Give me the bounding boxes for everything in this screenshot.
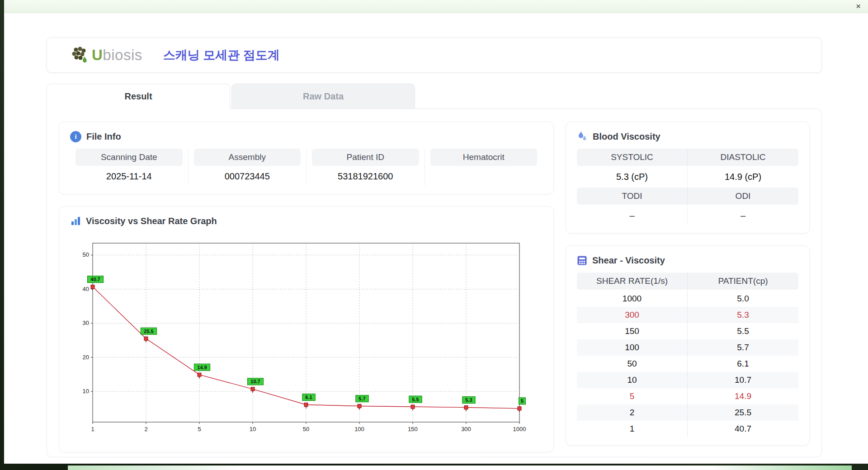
svg-text:20: 20	[83, 354, 89, 361]
blood-viscosity-title-row: Blood Viscosity	[577, 130, 798, 143]
patient-viscosity-value: 25.5	[688, 404, 798, 421]
field-label: Scanning Date	[75, 149, 183, 166]
patient-viscosity-value: 10.7	[688, 372, 798, 388]
patient-column-header: PATIENT(cp)	[688, 273, 798, 290]
svg-text:5: 5	[198, 426, 201, 432]
shear-viscosity-title: Shear - Viscosity	[592, 255, 665, 266]
graph-title: Viscosity vs Shear Rate Graph	[86, 216, 217, 226]
grape-cluster-icon	[71, 47, 89, 64]
field-label: Assembly	[194, 149, 301, 166]
svg-text:100: 100	[354, 426, 364, 432]
patient-viscosity-value: 40.7	[688, 421, 798, 437]
svg-text:6.1: 6.1	[305, 395, 312, 400]
file-info-title-row: i File Info	[70, 130, 542, 143]
file-info-field-patient-id: Patient ID53181921600	[307, 149, 425, 186]
todi-header: TODI	[577, 188, 688, 205]
app-window: × Ubiosis	[4, 0, 868, 464]
tab-raw-data[interactable]: Raw Data	[231, 84, 415, 109]
diastolic-value: 14.9 (cP)	[688, 167, 798, 186]
desktop-background: × Ubiosis	[0, 0, 868, 470]
shear-viscosity-title-row: Shear - Viscosity	[577, 254, 798, 267]
tab-bar: Result Raw Data	[47, 84, 822, 109]
diastolic-header: DIASTOLIC	[688, 149, 798, 166]
shear-rate-value: 100	[577, 339, 688, 356]
shear-rate-value: 50	[577, 356, 688, 372]
ubiosis-logo: Ubiosis	[71, 47, 142, 64]
svg-text:10: 10	[250, 426, 256, 432]
patient-viscosity-value: 5.7	[688, 339, 798, 356]
shear-rate-value: 1	[577, 421, 688, 437]
shear-viscosity-row: 140.7	[577, 421, 798, 437]
svg-text:25.5: 25.5	[144, 329, 153, 334]
field-value: 000723445	[194, 166, 301, 186]
svg-text:300: 300	[461, 426, 471, 432]
file-info-field-assembly: Assembly000723445	[189, 149, 307, 186]
svg-text:50: 50	[303, 426, 309, 432]
shear-rate-value: 1000	[577, 291, 688, 307]
shear-viscosity-row: 1010.7	[577, 372, 798, 388]
field-value: 2025-11-14	[75, 166, 183, 186]
file-info-card: i File Info Scanning Date2025-11-14Assem…	[59, 122, 554, 194]
odi-value: –	[688, 206, 798, 225]
file-info-title: File Info	[86, 132, 121, 142]
right-column: Blood Viscosity SYSTOLIC DIASTOLIC 5.3 (…	[566, 122, 810, 444]
svg-text:14.9: 14.9	[197, 365, 207, 370]
window-titlebar: ×	[4, 0, 868, 13]
file-info-field-hematocrit: Hematocrit	[425, 149, 543, 186]
graph-title-row: Viscosity vs Shear Rate Graph	[70, 215, 542, 227]
file-info-fields: Scanning Date2025-11-14Assembly000723445…	[70, 149, 542, 186]
app-title: 스캐닝 모세관 점도계	[163, 47, 280, 63]
taskbar-strip	[68, 465, 852, 470]
left-column: i File Info Scanning Date2025-11-14Assem…	[59, 122, 554, 444]
grid-table-icon	[577, 255, 587, 266]
shear-viscosity-card: Shear - Viscosity SHEAR RATE(1/s) PATIEN…	[566, 245, 810, 446]
blood-viscosity-card: Blood Viscosity SYSTOLIC DIASTOLIC 5.3 (…	[566, 122, 810, 234]
shear-rate-value: 300	[577, 307, 688, 323]
shear-rate-column-header: SHEAR RATE(1/s)	[577, 273, 688, 290]
svg-text:1: 1	[91, 426, 94, 432]
svg-text:1000: 1000	[513, 426, 526, 432]
shear-viscosity-rows: 10005.03005.31505.51005.7506.11010.7514.…	[577, 291, 798, 437]
droplet-icon	[577, 131, 588, 142]
brand-u: U	[92, 47, 103, 63]
svg-text:5.3: 5.3	[465, 397, 472, 403]
blood-viscosity-table: SYSTOLIC DIASTOLIC 5.3 (cP) 14.9 (cP) TO…	[577, 149, 798, 225]
svg-text:40.7: 40.7	[90, 277, 100, 282]
field-value	[430, 166, 538, 186]
shear-rate-value: 2	[577, 404, 688, 421]
patient-viscosity-value: 5.3	[688, 307, 798, 323]
field-label: Patient ID	[312, 149, 419, 166]
svg-text:150: 150	[408, 426, 418, 432]
shear-rate-value: 5	[577, 388, 688, 404]
shear-viscosity-row: 1505.5	[577, 323, 798, 339]
shear-viscosity-row: 514.9	[577, 388, 798, 404]
shear-viscosity-row: 3005.3	[577, 307, 798, 323]
tab-result[interactable]: Result	[47, 84, 230, 109]
patient-viscosity-value: 6.1	[688, 356, 798, 372]
svg-text:10.7: 10.7	[250, 379, 260, 384]
patient-viscosity-value: 14.9	[688, 388, 798, 404]
window-close-button[interactable]: ×	[856, 1, 861, 12]
main-panel: i File Info Scanning Date2025-11-14Assem…	[47, 108, 822, 457]
shear-viscosity-header-row: SHEAR RATE(1/s) PATIENT(cp)	[577, 273, 798, 290]
systolic-value: 5.3 (cP)	[577, 167, 688, 186]
viscosity-chart: 10203040501251050100150300100040.725.514…	[72, 233, 531, 442]
svg-text:5.7: 5.7	[359, 396, 365, 401]
shear-viscosity-row: 506.1	[577, 356, 798, 372]
svg-text:5.5: 5.5	[412, 397, 419, 402]
svg-text:50: 50	[83, 251, 89, 258]
svg-text:2: 2	[144, 426, 147, 432]
file-info-field-scanning-date: Scanning Date2025-11-14	[70, 149, 189, 186]
patient-viscosity-value: 5.5	[688, 323, 798, 339]
field-value: 53181921600	[312, 166, 419, 186]
shear-viscosity-row: 225.5	[577, 404, 798, 421]
shear-viscosity-row: 1005.7	[577, 339, 798, 356]
info-icon: i	[70, 131, 81, 142]
field-label: Hematocrit	[430, 149, 538, 166]
brand-rest: biosis	[103, 47, 142, 63]
shear-rate-value: 150	[577, 323, 688, 339]
chart-wrap: 10203040501251050100150300100040.725.514…	[70, 233, 542, 444]
svg-text:30: 30	[83, 320, 89, 326]
odi-header: ODI	[688, 188, 798, 205]
window-content: Ubiosis 스캐닝 모세관 점도계 Result Raw Data i Fi…	[4, 13, 868, 464]
